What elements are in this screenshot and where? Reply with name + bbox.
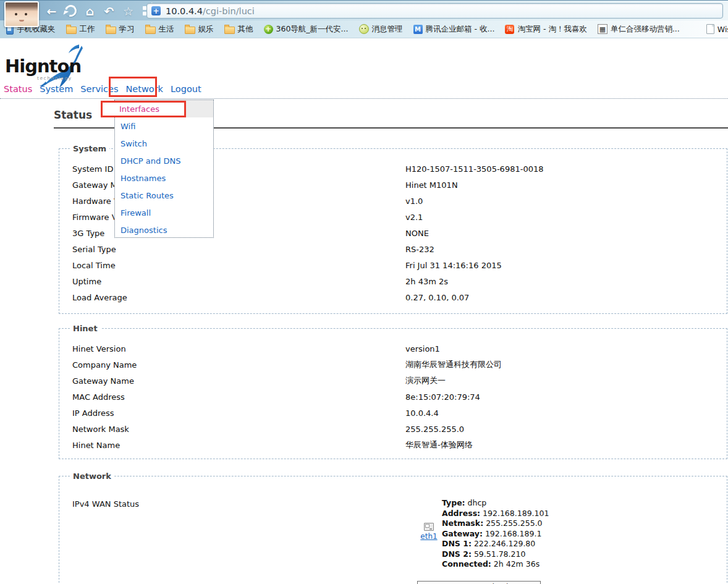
section-system-legend: System xyxy=(70,144,109,153)
dropdown-item-diagnostics[interactable]: Diagnostics xyxy=(115,221,213,239)
wan-detail-line: Address: 192.168.189.101 xyxy=(442,509,549,519)
dropdown-item-hostnames[interactable]: Hostnames xyxy=(115,169,213,187)
bookmark-item[interactable]: 其他 xyxy=(224,24,253,35)
nav-item-system[interactable]: System xyxy=(40,84,73,94)
row-label: Serial Type xyxy=(59,245,405,254)
dropdown-item-interfaces[interactable]: Interfaces xyxy=(115,100,213,117)
wan-detail-key: Netmask: xyxy=(442,518,483,528)
wan-detail-key: Type: xyxy=(442,498,465,507)
bookmark-item[interactable]: 腾讯企业邮箱 - 收... xyxy=(413,24,495,35)
dropdown-item-dhcp-and-dns[interactable]: DHCP and DNS xyxy=(115,152,213,169)
folder-icon xyxy=(66,27,77,34)
status-row: Gateway Name 演示网关一 xyxy=(59,373,727,389)
address-bar[interactable]: + 10.0.4.4/cgi-bin/luci xyxy=(146,3,723,19)
wan-detail-line: Connected: 2h 42m 36s xyxy=(442,559,549,570)
avatar-decor xyxy=(19,20,24,22)
bookmark-item[interactable]: 单仁合强移动营销... xyxy=(598,24,680,35)
taobao-icon xyxy=(505,25,514,34)
wan-details: Type: dhcp Address: 192.168.189.101 Netm… xyxy=(442,498,549,570)
avatar-decor xyxy=(15,13,17,15)
refresh-button[interactable] xyxy=(61,3,80,19)
dropdown-item-label: Hostnames xyxy=(121,174,166,183)
interface-link-eth1[interactable]: eth1 xyxy=(420,532,437,541)
row-value: Fri Jul 31 14:16:16 2015 xyxy=(405,261,502,270)
row-value: NONE xyxy=(405,229,429,238)
dropdown-item-firewall[interactable]: Firewall xyxy=(115,204,213,221)
bookmark-label: 生活 xyxy=(159,24,174,35)
wan-detail-key: DNS 2: xyxy=(442,549,472,559)
status-row: Company Name 湖南华辰智通科技有限公司 xyxy=(59,357,727,373)
row-value: 华辰智通-体验网络 xyxy=(405,439,473,451)
bookmark-item[interactable]: 消息管理 xyxy=(359,24,403,35)
bookmark-item[interactable]: 生活 xyxy=(145,24,174,35)
row-label: 3G Type xyxy=(59,229,405,238)
nav-item-status[interactable]: Status xyxy=(4,84,32,94)
wan-detail-value: 2h 42m 36s xyxy=(494,559,540,569)
logo-subtext: technology xyxy=(37,75,72,81)
wan-detail-value: 222.246.129.80 xyxy=(474,539,535,548)
row-value: H120-1507-1511-3505-6981-0018 xyxy=(405,164,543,174)
status-row: IP Address 10.0.4.4 xyxy=(59,405,727,421)
360-icon xyxy=(264,25,273,34)
row-label: Local Time xyxy=(59,261,405,270)
row-label: Network Mask xyxy=(59,425,405,434)
wan-detail-key: Address: xyxy=(442,509,480,518)
bookmark-item[interactable]: 娱乐 xyxy=(185,24,214,35)
row-label: MAC Address xyxy=(59,392,405,402)
folder-icon xyxy=(185,27,195,34)
home-icon: ⌂ xyxy=(86,4,95,18)
wan-detail-value: 255.255.255.0 xyxy=(486,518,542,528)
wan-detail-line: DNS 1: 222.246.129.80 xyxy=(442,539,549,549)
network-dropdown-menu: Interfaces Wifi Switch DHCP and DNS Host… xyxy=(114,99,214,238)
status-row: Hinet Version version1 xyxy=(59,341,727,357)
bookmark-label: 腾讯企业邮箱 - 收... xyxy=(426,24,495,35)
mail-icon xyxy=(413,25,423,34)
bookmark-label: 单仁合强移动营销... xyxy=(611,24,680,35)
row-label: Uptime xyxy=(59,277,405,286)
row-label: Company Name xyxy=(59,360,405,370)
section-hinet: Hinet Hinet Version version1 Company Nam… xyxy=(59,324,727,459)
user-avatar[interactable] xyxy=(4,1,39,27)
annotation-box-interfaces: Interfaces xyxy=(101,101,186,117)
favorites-star-icon: ☆ xyxy=(123,4,133,18)
url-text[interactable]: 10.0.4.4/cgi-bin/luci xyxy=(166,6,255,16)
bookmark-item[interactable]: 淘宝网 - 淘！我喜欢 xyxy=(505,24,586,35)
nav-item-logout[interactable]: Logout xyxy=(171,84,201,94)
row-value: RS-232 xyxy=(405,245,434,254)
status-row: Load Average 0.27, 0.10, 0.07 xyxy=(59,289,727,305)
undo-button[interactable]: ↶ xyxy=(99,3,119,19)
bookmark-item[interactable]: 工作 xyxy=(66,24,95,35)
refresh-icon xyxy=(63,3,79,19)
wan-detail-value: 192.168.189.1 xyxy=(485,529,541,538)
bookmark-label: 娱乐 xyxy=(198,24,214,35)
wan-detail-value: dhcp xyxy=(468,498,487,507)
row-value: Hinet M101N xyxy=(405,180,458,190)
nav-divider xyxy=(0,98,728,99)
dropdown-item-wifi[interactable]: Wifi xyxy=(115,117,213,135)
bookmark-item[interactable]: 360导航_新一代安... xyxy=(264,24,349,35)
wan-detail-value: 192.168.189.101 xyxy=(483,509,549,518)
dropdown-item-static-routes[interactable]: Static Routes xyxy=(115,187,213,204)
logo-text: Hignton xyxy=(5,56,81,77)
wan-status-label: IPv4 WAN Status xyxy=(72,499,139,509)
bookmark-item[interactable]: 学习 xyxy=(106,24,135,35)
favorites-star-button[interactable]: ☆ xyxy=(119,3,138,19)
bookmark-item[interactable]: WiseCRM NBS - ... xyxy=(706,24,728,34)
wan-detail-value: 59.51.78.210 xyxy=(474,549,526,559)
bookmark-label: 消息管理 xyxy=(372,24,403,35)
dropdown-item-label: DHCP and DNS xyxy=(121,156,180,166)
dropdown-item-switch[interactable]: Switch xyxy=(115,135,213,152)
home-button[interactable]: ⌂ xyxy=(80,3,99,19)
site-security-icon[interactable]: + xyxy=(151,6,161,15)
wan-detail-key: DNS 1: xyxy=(442,539,472,548)
wan-detail-line: Gateway: 192.168.189.1 xyxy=(442,529,549,540)
row-label: Hardware Version xyxy=(59,197,405,206)
section-network: Network IPv4 WAN Status eth1 Type: dhcp … xyxy=(59,472,727,584)
bookmark-label: 学习 xyxy=(119,24,135,35)
section-hinet-legend: Hinet xyxy=(70,324,101,333)
row-value: version1 xyxy=(405,344,440,353)
status-row: Network Mask 255.255.255.0 xyxy=(59,421,727,437)
hinet-rows: Hinet Version version1 Company Name 湖南华辰… xyxy=(59,341,727,453)
back-button[interactable]: ← xyxy=(42,3,61,19)
status-row: Serial Type RS-232 xyxy=(59,241,727,257)
